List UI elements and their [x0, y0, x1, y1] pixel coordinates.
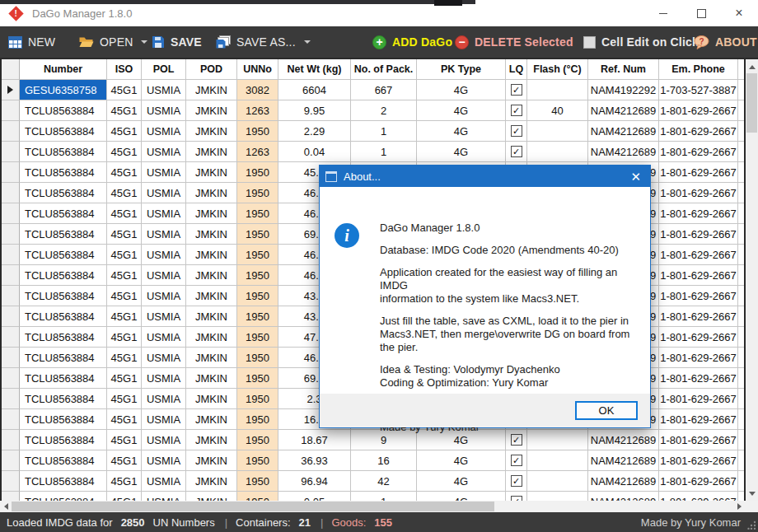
cell-unno[interactable]: 1950	[237, 245, 278, 265]
cell-pol[interactable]: USMIA	[142, 224, 186, 245]
cell-pod[interactable]: JMKIN	[186, 100, 237, 121]
cell-phone[interactable]: 1-801-629-2667	[659, 430, 738, 450]
cell-edit-checkbox[interactable]	[583, 36, 596, 49]
table-row[interactable]: TCLU856388445G1USMIAJMKIN195036.93164G✓N…	[2, 450, 744, 471]
row-header[interactable]	[2, 80, 20, 100]
cell-pod[interactable]: JMKIN	[186, 389, 237, 409]
cell-unno[interactable]: 1950	[237, 162, 278, 183]
new-button[interactable]: NEW	[8, 26, 55, 58]
cell-pktype[interactable]: 4G	[417, 471, 506, 492]
cell-pol[interactable]: USMIA	[142, 430, 186, 450]
cell-iso[interactable]: 45G1	[107, 348, 142, 368]
cell-net[interactable]: 18.67	[278, 430, 351, 450]
lq-checkbox[interactable]: ✓	[511, 105, 522, 116]
cell-pol[interactable]: USMIA	[142, 80, 186, 100]
lq-checkbox[interactable]: ✓	[511, 125, 522, 137]
cell-iso[interactable]: 45G1	[107, 471, 142, 492]
minimize-button[interactable]	[644, 0, 682, 26]
row-header[interactable]	[2, 224, 20, 245]
column-header-pktype[interactable]: PK Type	[417, 59, 506, 80]
cell-number[interactable]: TCLU8563884	[20, 224, 107, 245]
cell-iso[interactable]: 45G1	[107, 327, 142, 348]
row-header[interactable]	[2, 142, 20, 162]
cell-number[interactable]: TCLU8563884	[20, 471, 107, 492]
cell-flash[interactable]: 40	[527, 100, 588, 121]
lq-checkbox[interactable]: ✓	[511, 146, 522, 157]
cell-ref[interactable]: NAM4212689	[588, 471, 659, 492]
cell-iso[interactable]: 45G1	[107, 80, 142, 100]
cell-pol[interactable]: USMIA	[142, 450, 186, 471]
cell-iso[interactable]: 45G1	[107, 224, 142, 245]
cell-pol[interactable]: USMIA	[142, 183, 186, 203]
cell-unno[interactable]: 1950	[237, 389, 278, 409]
add-dago-button[interactable]: + ADD DaGo	[372, 26, 452, 58]
cell-iso[interactable]: 45G1	[107, 121, 142, 142]
horizontal-scrollbar-thumb[interactable]	[12, 502, 494, 511]
table-row[interactable]: TCLU856388445G1USMIAJMKIN12630.0414G✓NAM…	[2, 142, 744, 162]
cell-lq[interactable]: ✓	[506, 450, 527, 471]
cell-phone[interactable]: 1-801-629-2667	[659, 245, 738, 265]
cell-number[interactable]: TCLU8563884	[20, 265, 107, 286]
cell-pol[interactable]: USMIA	[142, 121, 186, 142]
cell-iso[interactable]: 45G1	[107, 368, 142, 389]
cell-flash[interactable]	[527, 142, 588, 162]
cell-pod[interactable]: JMKIN	[186, 162, 237, 183]
maximize-button[interactable]	[682, 0, 720, 26]
cell-pod[interactable]: JMKIN	[186, 348, 237, 368]
cell-pol[interactable]: USMIA	[142, 203, 186, 224]
cell-pod[interactable]: JMKIN	[186, 80, 237, 100]
vertical-scrollbar[interactable]	[746, 59, 758, 501]
cell-net[interactable]: 9.95	[278, 100, 351, 121]
column-header-iso[interactable]: ISO	[107, 59, 142, 80]
cell-lq[interactable]: ✓	[506, 471, 527, 492]
cell-iso[interactable]: 45G1	[107, 142, 142, 162]
scroll-left-button[interactable]	[0, 501, 12, 512]
cell-iso[interactable]: 45G1	[107, 265, 142, 286]
cell-ref[interactable]: NAM4212689	[588, 492, 659, 501]
cell-number[interactable]: TCLU8563884	[20, 286, 107, 306]
cell-pol[interactable]: USMIA	[142, 265, 186, 286]
horizontal-scrollbar[interactable]	[0, 501, 758, 512]
cell-pktype[interactable]: 4G	[417, 142, 506, 162]
cell-phone[interactable]: 1-801-629-2667	[659, 162, 738, 183]
cell-flash[interactable]	[527, 471, 588, 492]
cell-net[interactable]: 6604	[278, 80, 351, 100]
table-row[interactable]: TCLU856388445G1USMIAJMKIN19500.0514G✓NAM…	[2, 492, 744, 501]
scroll-down-button[interactable]	[746, 487, 758, 500]
cell-iso[interactable]: 45G1	[107, 450, 142, 471]
about-button[interactable]: ? ABOUT	[694, 26, 757, 58]
cell-unno[interactable]: 1950	[237, 121, 278, 142]
cell-lq[interactable]: ✓	[506, 142, 527, 162]
row-header[interactable]	[2, 409, 20, 430]
cell-pod[interactable]: JMKIN	[186, 265, 237, 286]
cell-flash[interactable]	[527, 450, 588, 471]
cell-pol[interactable]: USMIA	[142, 389, 186, 409]
cell-phone[interactable]: 1-801-629-2667	[659, 286, 738, 306]
cell-pod[interactable]: JMKIN	[186, 142, 237, 162]
cell-number[interactable]: TCLU8563884	[20, 348, 107, 368]
cell-number[interactable]: TCLU8563884	[20, 327, 107, 348]
cell-pod[interactable]: JMKIN	[186, 286, 237, 306]
column-header-pack[interactable]: No. of Pack.	[351, 59, 417, 80]
cell-pod[interactable]: JMKIN	[186, 327, 237, 348]
cell-iso[interactable]: 45G1	[107, 409, 142, 430]
cell-pktype[interactable]: 4G	[417, 492, 506, 501]
table-row[interactable]: TCLU856388445G1USMIAJMKIN195096.94424G✓N…	[2, 471, 744, 492]
open-dropdown-caret-icon[interactable]	[141, 40, 147, 44]
cell-phone[interactable]: 1-801-629-2667	[659, 348, 738, 368]
cell-pktype[interactable]: 4G	[417, 450, 506, 471]
row-header-corner[interactable]	[2, 59, 20, 80]
cell-number[interactable]: GESU6358758	[20, 80, 107, 100]
cell-unno[interactable]: 1950	[237, 492, 278, 501]
cell-pol[interactable]: USMIA	[142, 368, 186, 389]
cell-iso[interactable]: 45G1	[107, 389, 142, 409]
row-header[interactable]	[2, 265, 20, 286]
cell-phone[interactable]: 1-801-629-2667	[659, 471, 738, 492]
scroll-up-button[interactable]	[746, 60, 758, 73]
cell-unno[interactable]: 1950	[237, 183, 278, 203]
column-header-flash[interactable]: Flash (°C)	[527, 59, 588, 80]
cell-unno[interactable]: 1950	[237, 471, 278, 492]
resize-grip-icon[interactable]	[747, 520, 756, 530]
cell-number[interactable]: TCLU8563884	[20, 368, 107, 389]
cell-pod[interactable]: JMKIN	[186, 121, 237, 142]
